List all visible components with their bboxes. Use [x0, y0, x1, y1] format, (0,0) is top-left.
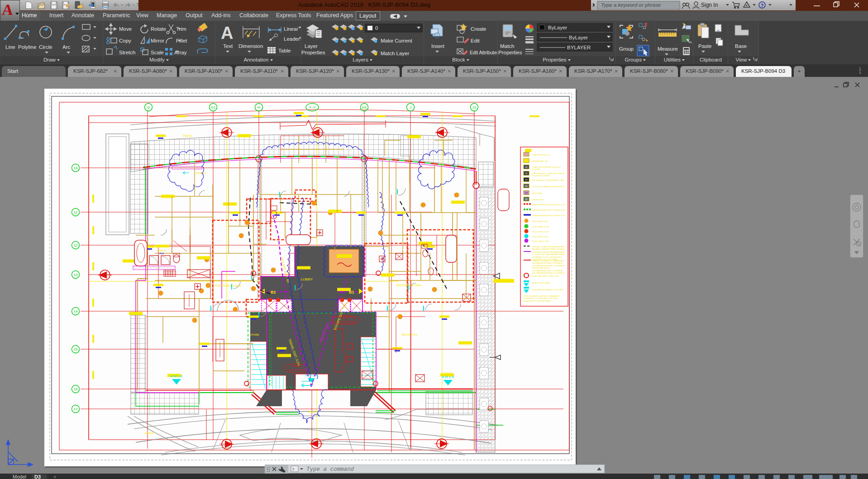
svg-text:Sign In: Sign In [701, 2, 718, 8]
svg-text:RECEPTION: RECEPTION [401, 333, 417, 336]
svg-text:H: H [258, 105, 260, 109]
svg-text:SIGNAGES TO CONFORM TO BS 5266: SIGNAGES TO CONFORM TO BS 5266 [524, 297, 558, 299]
svg-text:+: + [53, 474, 56, 479]
svg-text:PASSENGER LIFT: PASSENGER LIFT [532, 160, 548, 162]
svg-text:Leader: Leader [284, 36, 300, 42]
svg-text:Move: Move [119, 26, 132, 32]
svg-text:Match Layer: Match Layer [381, 51, 409, 56]
svg-text:FIRE FIGHTING LIFT: FIRE FIGHTING LIFT [532, 154, 551, 156]
svg-text:15: 15 [74, 347, 78, 351]
svg-text:Type a keyword or phrase: Type a keyword or phrase [601, 2, 661, 8]
svg-text:STORE: STORE [250, 333, 259, 336]
svg-text:120MINS FIRE RESISTING CONSTRU: 120MINS FIRE RESISTING CONSTRUCTION [532, 214, 565, 217]
svg-text:16: 16 [74, 387, 78, 391]
svg-text:17: 17 [74, 407, 78, 411]
svg-text:45m MAXIMUM INDIRECT DISTANCE: 45m MAXIMUM INDIRECT DISTANCE [532, 265, 565, 267]
svg-text:MECHANICALLY VENTILATED LOBBY: MECHANICALLY VENTILATED LOBBY [532, 179, 565, 181]
svg-text:VERTICAL CAVITY FIRE STOP: VERTICAL CAVITY FIRE STOP [532, 275, 559, 277]
svg-text:ByLayer: ByLayer [569, 35, 588, 40]
svg-text:Circle: Circle [39, 44, 52, 50]
svg-text:DRY RISER: DRY RISER [532, 192, 543, 194]
svg-text:ARGE: ARGE [145, 432, 154, 435]
svg-text:Measure: Measure [658, 46, 678, 52]
svg-text:LOBBY: LOBBY [301, 277, 313, 281]
svg-text:Group: Group [619, 46, 634, 52]
svg-text:B2: B2 [271, 290, 276, 294]
svg-text:2bed: 2bed [159, 252, 164, 255]
svg-text:TYPE 44: TYPE 44 [157, 249, 167, 252]
svg-text:BYLAYER: BYLAYER [567, 45, 591, 50]
svg-text:Linear: Linear [284, 26, 298, 32]
svg-text:TERRACE: TERRACE [196, 172, 207, 175]
svg-text:FROM DEAD ENDS:: FROM DEAD ENDS: [532, 267, 550, 269]
svg-text:ENTRANCE HALL: ENTRANCE HALL [396, 284, 423, 287]
svg-text:J1: J1 [472, 105, 477, 109]
svg-text:TRAVEL DISTANCE IN BASEMENT:: TRAVEL DISTANCE IN BASEMENT: [532, 260, 565, 262]
svg-text:Paste: Paste [698, 43, 711, 49]
svg-text:PROTECTED STAIRWAY OR ESCAPE R: PROTECTED STAIRWAY OR ESCAPE ROUTE [532, 185, 565, 188]
svg-text:Create: Create [471, 26, 486, 32]
svg-text:Make Current: Make Current [381, 38, 412, 43]
svg-text:A: A [1, 1, 14, 18]
svg-text:...: ... [289, 295, 291, 298]
svg-text:10: 10 [74, 166, 78, 170]
svg-text:18m MAXIMUM INDIRECT DISTANCE: 18m MAXIMUM INDIRECT DISTANCE [532, 272, 565, 274]
svg-text:FD30 FIRE DOOR: FD30 FIRE DOOR [532, 220, 548, 223]
svg-text:30MINS FIRE RESISTING CONSTRUC: 30MINS FIRE RESISTING CONSTRUCTION [532, 204, 565, 206]
svg-text:Insert: Insert [431, 43, 445, 49]
svg-text:J: J [410, 105, 411, 109]
svg-text:11: 11 [74, 210, 78, 214]
svg-text:DISTANCE OF 30m OR EXISTING: DISTANCE OF 30m OR EXISTING [532, 256, 562, 258]
svg-text:Properties: Properties [498, 50, 522, 55]
svg-text:Table: Table [278, 48, 291, 53]
svg-text:ALTERNATIVE MEANS OF ESCAPE: ALTERNATIVE MEANS OF ESCAPE [532, 289, 563, 291]
svg-text:FIRE FIGHTING LOBBY WITH SMOKE: FIRE FIGHTING LOBBY WITH SMOKE [532, 172, 565, 175]
svg-text:EXTERNAL DISTANCE FROM APARTME: EXTERNAL DISTANCE FROM APARTMENT [532, 251, 565, 253]
svg-text:Match: Match [500, 43, 514, 49]
svg-text:Mirror: Mirror [151, 38, 164, 43]
svg-text:Trim: Trim [176, 26, 186, 32]
svg-text:Polyline: Polyline [18, 44, 36, 50]
svg-text:?: ? [761, 3, 764, 8]
svg-text:SMOKE VENT: SMOKE VENT [532, 199, 545, 201]
svg-text:12: 12 [74, 243, 78, 247]
svg-text:Dimension: Dimension [238, 43, 263, 49]
svg-text:FD60s FIRE DOOR: FD60s FIRE DOOR [532, 240, 549, 242]
svg-text:A M o E: A M o E [442, 375, 454, 379]
svg-text:ARGE: ARGE [444, 372, 453, 375]
svg-text:ByLayer: ByLayer [548, 25, 567, 30]
svg-text:30m MAXIMUM DIRECT DISTANCE: 30m MAXIMUM DIRECT DISTANCE [532, 262, 563, 264]
svg-text:0: 0 [375, 25, 378, 31]
svg-text:Array: Array [174, 50, 187, 55]
svg-text:Type a command: Type a command [306, 466, 354, 473]
svg-text:Y–Y: Y–Y [309, 105, 316, 109]
svg-text:FD60s FIRE DOOR: FD60s FIRE DOOR [532, 231, 549, 233]
svg-text:EMERGENCY LIGHTING PART 1: EMERGENCY LIGHTING PART 1 [524, 300, 553, 302]
svg-text:Stretch: Stretch [119, 50, 135, 55]
svg-text:Text: Text [223, 43, 233, 49]
svg-text:Fillet: Fillet [176, 38, 187, 43]
svg-text:Arc: Arc [62, 44, 71, 50]
svg-text:14: 14 [74, 309, 78, 313]
svg-text:INTERNAL DISTANCE WITHIN APART: INTERNAL DISTANCE WITHIN APARTMENT [532, 246, 565, 248]
svg-text:A M o E: A M o E [305, 373, 318, 377]
svg-text:Scale: Scale [151, 50, 164, 55]
svg-text:60MINS FIRE RESISTING CONSTRUC: 60MINS FIRE RESISTING CONSTRUCTION [532, 209, 565, 211]
svg-text:PATIO: PATIO [183, 134, 193, 138]
svg-text:Model: Model [13, 474, 26, 479]
svg-text:LOBBY WITH SMOKE DILUTION: LOBBY WITH SMOKE DILUTION [532, 166, 561, 168]
svg-text:FD30 FIRE DOOR: FD30 FIRE DOOR [532, 236, 548, 238]
svg-text:Edit Attributes: Edit Attributes [470, 50, 497, 55]
svg-text:NOTE: ESCAPE LIGHTING LUMINAIR: NOTE: ESCAPE LIGHTING LUMINAIRES/ [524, 295, 560, 297]
svg-text:Layer: Layer [305, 43, 318, 49]
svg-text:SYSTEM: SYSTEM [532, 168, 540, 171]
svg-text:Line: Line [5, 44, 15, 50]
svg-text:WIDE: WIDE [308, 410, 317, 413]
svg-text:Properties: Properties [301, 50, 325, 55]
svg-text:A M o E: A M o E [170, 374, 183, 378]
svg-text:D3: D3 [34, 474, 41, 479]
svg-text:12m MAXIMUM DIRECT DISTANCE: 12m MAXIMUM DIRECT DISTANCE [532, 270, 563, 272]
svg-text:FD30s FIRE DOOR: FD30s FIRE DOOR [532, 226, 549, 228]
svg-text:Base: Base [735, 43, 747, 49]
svg-text:H1: H1 [362, 105, 367, 109]
